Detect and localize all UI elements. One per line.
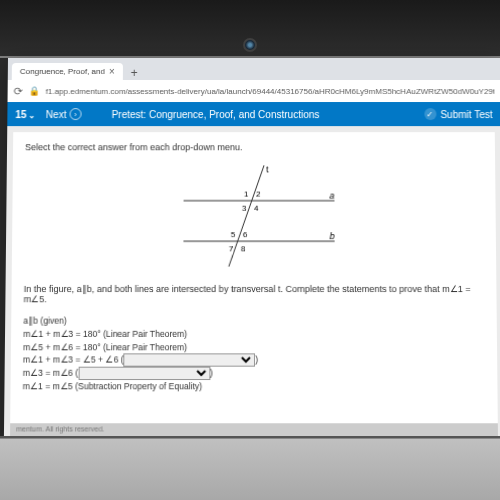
new-tab-button[interactable]: +	[123, 66, 146, 80]
app-header: 15 ⌄ Next › Pretest: Congruence, Proof, …	[7, 102, 500, 126]
svg-text:6: 6	[243, 230, 248, 239]
reload-icon[interactable]: ⟳	[14, 84, 23, 97]
content-area: Select the correct answer from each drop…	[4, 126, 500, 444]
laptop-keyboard	[0, 438, 500, 500]
webcam	[243, 38, 257, 52]
url-bar: ⟳ 🔒 f1.app.edmentum.com/assessments-deli…	[8, 80, 500, 102]
svg-text:3: 3	[242, 204, 247, 213]
submit-test-button[interactable]: ✓ Submit Test	[424, 108, 492, 120]
laptop-bezel	[0, 0, 500, 58]
screen-area: Congruence, Proof, and × + ⟳ 🔒 f1.app.ed…	[4, 58, 500, 444]
label-b: b	[330, 231, 335, 241]
tab-bar: Congruence, Proof, and × +	[8, 58, 500, 80]
proof-line-4: m∠1 + m∠3 = ∠5 + ∠6 ()	[23, 354, 485, 367]
question-card: Select the correct answer from each drop…	[10, 132, 498, 438]
page-title: Pretest: Congruence, Proof, and Construc…	[91, 109, 414, 120]
label-t: t	[266, 164, 269, 174]
next-label: Next	[46, 109, 67, 120]
proof-steps: a∥b (given) m∠1 + m∠3 = 180° (Linear Pai…	[23, 314, 486, 393]
check-icon: ✓	[424, 108, 436, 120]
question-number: 15 ⌄	[15, 109, 36, 120]
close-tab-icon[interactable]: ×	[109, 66, 115, 77]
url-text[interactable]: f1.app.edmentum.com/assessments-delivery…	[46, 86, 495, 95]
proof-line-6: m∠1 = m∠5 (Subtraction Property of Equal…	[23, 380, 486, 393]
next-arrow-icon: ›	[69, 108, 81, 120]
svg-line-2	[229, 165, 264, 266]
svg-text:4: 4	[254, 204, 259, 213]
svg-text:1: 1	[244, 190, 249, 199]
label-a: a	[329, 191, 334, 201]
browser-tab[interactable]: Congruence, Proof, and ×	[12, 63, 123, 80]
tab-title: Congruence, Proof, and	[20, 67, 105, 76]
dropdown-reason-1[interactable]	[124, 354, 256, 367]
browser-chrome: Congruence, Proof, and × + ⟳ 🔒 f1.app.ed…	[8, 58, 500, 102]
question-text: In the figure, a∥b, and both lines are i…	[24, 284, 485, 304]
lock-icon: 🔒	[29, 86, 40, 96]
svg-text:7: 7	[229, 244, 234, 253]
proof-line-3: m∠5 + m∠6 = 180° (Linear Pair Theorem)	[23, 341, 485, 354]
svg-text:2: 2	[256, 190, 261, 199]
svg-text:5: 5	[231, 230, 236, 239]
proof-line-5: m∠3 = m∠6 ()	[23, 367, 485, 380]
next-button[interactable]: Next ›	[46, 108, 82, 120]
dropdown-reason-2[interactable]	[78, 367, 210, 380]
svg-text:8: 8	[241, 244, 246, 253]
submit-label: Submit Test	[440, 109, 492, 120]
proof-line-1: a∥b (given)	[23, 314, 484, 327]
geometry-figure: t a b 1 2 3 4 5 6 7 8	[153, 160, 355, 271]
instruction-text: Select the correct answer from each drop…	[25, 142, 483, 152]
proof-line-2: m∠1 + m∠3 = 180° (Linear Pair Theorem)	[23, 328, 485, 341]
chevron-down-icon[interactable]: ⌄	[27, 111, 36, 120]
